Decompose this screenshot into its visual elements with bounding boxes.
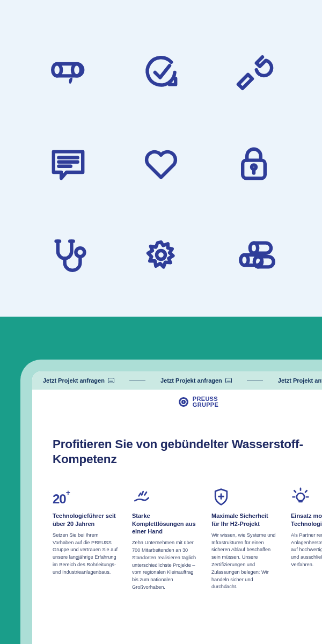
- feature-row: 20+ Technologieführer seit über 20 Jahre…: [53, 485, 322, 591]
- check-circle-arrow-icon: [140, 51, 182, 94]
- bulb-icon: [291, 485, 322, 507]
- chat-note-icon: [47, 142, 90, 185]
- brand-text: PREUSSGRUPPE: [193, 396, 218, 408]
- device-frame: Jetzt Projekt anfragen Jetzt Projekt anf…: [20, 360, 322, 644]
- feature-body: Setzen Sie bei Ihrem Vorhaben auf die PR…: [53, 532, 118, 576]
- screen: Jetzt Projekt anfragen Jetzt Projekt anf…: [32, 371, 322, 644]
- svg-line-24: [305, 491, 307, 493]
- mail-icon: [108, 378, 114, 383]
- cta-label: Jetzt Projekt anfragen: [43, 377, 105, 384]
- feature-title: Einsatz modernster Technologien: [291, 512, 322, 528]
- cta-label: Jetzt Projekt anfragen: [160, 377, 222, 384]
- cta-label: Jetzt Projekt anfragen: [278, 377, 322, 384]
- svg-point-9: [76, 248, 84, 257]
- svg-point-0: [53, 64, 61, 76]
- cta-ticker: Jetzt Projekt anfragen Jetzt Projekt anf…: [32, 371, 322, 390]
- heart-icon: [140, 142, 182, 185]
- page-content: Profitieren Sie von gebündelter Wasserst…: [32, 414, 322, 591]
- cta-link[interactable]: Jetzt Projekt anfragen: [43, 377, 114, 384]
- stethoscope-icon: [47, 233, 90, 276]
- brand-mark-icon: [179, 397, 188, 407]
- cta-link[interactable]: Jetzt Projekt anfragen: [278, 377, 322, 384]
- feature-body: Zehn Unternehmen mit über 700 Mitarbeite…: [132, 539, 197, 591]
- feature-card: Starke Komplettlösungen aus einer Hand Z…: [132, 485, 197, 591]
- hand-icon: [132, 485, 197, 507]
- stat-icon: 20+: [53, 485, 118, 507]
- cta-link[interactable]: Jetzt Projekt anfragen: [160, 377, 232, 384]
- pipe-drop-icon: [47, 51, 90, 94]
- feature-title: Technologieführer seit über 20 Jahren: [53, 512, 118, 528]
- feature-title: Starke Komplettlösungen aus einer Hand: [132, 512, 197, 535]
- brand-logo[interactable]: PREUSSGRUPPE: [32, 390, 322, 414]
- lock-icon: [232, 142, 275, 185]
- feature-card: Einsatz modernster Technologien Als Part…: [291, 485, 322, 591]
- feature-title: Maximale Sicherheit für Ihr H2-Projekt: [211, 512, 277, 528]
- site-mockup-panel: Jetzt Projekt anfragen Jetzt Projekt anf…: [0, 317, 322, 644]
- pipes-stack-icon: [232, 233, 275, 276]
- shield-plus-icon: [211, 485, 277, 507]
- gear-icon: [140, 233, 182, 276]
- svg-line-23: [294, 491, 296, 493]
- feature-body: Als Partner renommierter Anlagenherstell…: [291, 532, 322, 569]
- svg-point-12: [157, 251, 165, 259]
- svg-point-18: [297, 493, 304, 501]
- ticker-separator: [129, 380, 145, 381]
- feature-card: Maximale Sicherheit für Ihr H2-Projekt W…: [211, 485, 277, 591]
- svg-point-1: [72, 64, 81, 76]
- icon-grid-panel: [0, 0, 322, 317]
- svg-rect-2: [238, 75, 252, 89]
- ticker-separator: [247, 380, 263, 381]
- feature-body: Wir wissen, wie Systeme und Infrastruktu…: [211, 532, 277, 591]
- wrench-icon: [232, 51, 275, 94]
- mail-icon: [225, 378, 232, 383]
- page-headline: Profitieren Sie von gebündelter Wasserst…: [53, 437, 322, 467]
- feature-card: 20+ Technologieführer seit über 20 Jahre…: [53, 485, 118, 591]
